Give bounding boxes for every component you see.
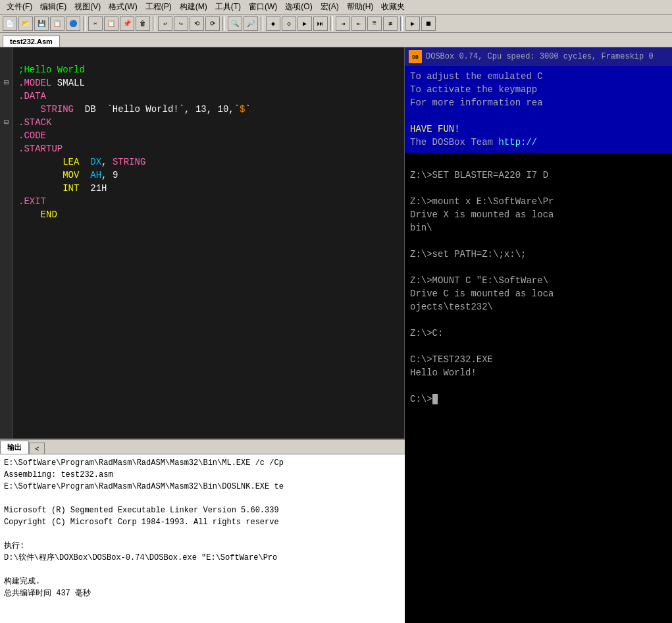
menu-format[interactable]: 格式(W): [105, 0, 141, 14]
dosbox-blaster: [410, 155, 667, 169]
output-line-6: Copyright (C) Microsoft Corp 1984-1993. …: [4, 516, 401, 528]
menu-build[interactable]: 构建(M): [176, 0, 211, 14]
toolbar-sep5: [330, 16, 333, 31]
dosbox-line-3: For more information rea: [410, 96, 667, 109]
toolbar-btn4[interactable]: 📋: [50, 16, 65, 31]
output-line-1: E:\SoftWare\Program\RadMasm\RadASM\Masm3…: [4, 457, 401, 469]
code-line-12: END: [18, 209, 57, 220]
dosbox-blank4: [410, 313, 667, 327]
toolbar-sep4: [261, 16, 263, 31]
toolbar-comment[interactable]: ≡: [367, 16, 382, 31]
toolbar-bp2[interactable]: ◇: [282, 16, 296, 31]
toolbar-outdent[interactable]: ⇤: [351, 16, 366, 31]
dosbox-line-1: To adjust the emulated C: [410, 70, 667, 83]
toolbar-find[interactable]: 🔍: [228, 16, 242, 31]
menu-view[interactable]: 视图(V): [70, 0, 105, 14]
toolbar-uncomment[interactable]: ≢: [383, 16, 398, 31]
dosbox-hello-world: Hello World!: [410, 366, 667, 379]
dosbox-line-2: To activate the keymapp: [410, 83, 667, 96]
toolbar-run[interactable]: ▶: [405, 16, 420, 31]
output-pane: 输出 < E:\SoftWare\Program\RadMasm\RadASM\…: [0, 439, 405, 623]
output-line-4: [4, 493, 401, 504]
toolbar-find2[interactable]: 🔎: [244, 16, 258, 31]
code-line-4: STRING DB `Hello World!`, 13, 10,`$`: [18, 104, 251, 115]
dosbox-screen[interactable]: To adjust the emulated C To activate the…: [405, 66, 672, 623]
toolbar-undo2[interactable]: ⟲: [190, 16, 204, 31]
tab-file[interactable]: test232.Asm: [3, 36, 60, 47]
code-content[interactable]: ;Hello World .MODEL SMALL .DATA STRING D…: [13, 47, 404, 439]
toolbar-copy[interactable]: 📋: [104, 16, 118, 31]
dosbox-welcome-box: To adjust the emulated C To activate the…: [405, 66, 672, 153]
code-line-7: .STARTUP: [18, 144, 63, 154]
output-line-2: Assembling: test232.asm: [4, 469, 401, 481]
output-tab-main[interactable]: 输出: [0, 441, 29, 454]
menu-project[interactable]: 工程(P): [142, 0, 176, 14]
code-line-11: .EXIT: [18, 196, 46, 207]
collapse-data[interactable]: ⊟: [4, 76, 9, 90]
dosbox-line-5: HAVE FUN!: [410, 122, 667, 136]
toolbar-save[interactable]: 💾: [34, 16, 49, 31]
dosbox-mount-x: Z:\>mount x E:\SoftWare\Pr: [410, 195, 667, 208]
dosbox-title: DOSBox 0.74, Cpu speed: 3000 cycles, Fra…: [426, 52, 654, 61]
menu-options[interactable]: 选项(O): [281, 0, 316, 14]
menu-tools[interactable]: 工具(T): [211, 0, 245, 14]
dosbox-header: DB DOSBox 0.74, Cpu speed: 3000 cycles, …: [405, 47, 672, 66]
toolbar-btn5[interactable]: 🔵: [66, 16, 80, 31]
dosbox-set-blaster: Z:\>SET BLASTER=A220 I7 D: [410, 169, 667, 182]
dosbox-pane: DB DOSBox 0.74, Cpu speed: 3000 cycles, …: [405, 47, 672, 623]
code-line-5: .STACK: [18, 117, 51, 128]
toolbar-paste[interactable]: 📌: [120, 16, 134, 31]
menu-file[interactable]: 文件(F): [3, 0, 36, 14]
output-line-3: E:\SoftWare\Program\RadMasm\RadASM\Masm3…: [4, 481, 401, 493]
output-line-12: 总共编译时间 437 毫秒: [4, 587, 401, 599]
toolbar-stop[interactable]: ⏹: [421, 16, 436, 31]
toolbar-sep6: [400, 16, 403, 31]
code-line-10: INT 21H: [18, 183, 107, 194]
toolbar-bp1[interactable]: ◆: [266, 16, 280, 31]
output-line-11: 构建完成.: [4, 576, 401, 587]
toolbar-cut[interactable]: ✂: [88, 16, 103, 31]
toolbar-open[interactable]: 📂: [18, 16, 33, 31]
dosbox-test232: C:\>TEST232.EXE: [410, 353, 667, 366]
menu-favorites[interactable]: 收藏夹: [377, 0, 409, 14]
menu-window[interactable]: 窗口(W): [245, 0, 281, 14]
toolbar-indent[interactable]: ⇥: [336, 16, 350, 31]
dosbox-blank3: [410, 261, 667, 274]
toolbar-redo2[interactable]: ⟳: [205, 16, 220, 31]
collapse-code[interactable]: ⊟: [4, 116, 9, 129]
tabbar: test232.Asm: [0, 33, 672, 47]
toolbar-new[interactable]: 📄: [3, 16, 17, 31]
menu-help[interactable]: 帮助(H): [343, 0, 378, 14]
toolbar-redo[interactable]: ↪: [174, 16, 188, 31]
menu-edit[interactable]: 编辑(E): [36, 0, 70, 14]
dosbox-ojects: ojects\test232\: [410, 300, 667, 313]
menu-macro[interactable]: 宏(A): [317, 0, 343, 14]
dosbox-drive-c: Drive C is mounted as loca: [410, 287, 667, 300]
toolbar: 📄 📂 💾 📋 🔵 ✂ 📋 📌 🗑 ↩ ↪ ⟲ ⟳ 🔍 🔎 ◆ ◇ ▶ ⏭ ⇥ …: [0, 14, 672, 33]
toolbar-undo[interactable]: ↩: [158, 16, 172, 31]
output-line-9: D:\软件\程序\DOXBox\DOSBox-0.74\DOSBox.exe "…: [4, 552, 401, 564]
toolbar-delete[interactable]: 🗑: [136, 16, 150, 31]
code-line-8: LEA DX, STRING: [18, 157, 145, 167]
code-line-9: MOV AH, 9: [18, 170, 118, 180]
output-line-5: Microsoft (R) Segmented Executable Linke…: [4, 504, 401, 516]
code-line-6: .CODE: [18, 130, 46, 141]
toolbar-sep1: [83, 16, 86, 31]
dosbox-set-path: Z:\>set PATH=Z:\;x:\;: [410, 248, 667, 261]
dosbox-terminal: Z:\>SET BLASTER=A220 I7 D Z:\>mount x E:…: [405, 153, 672, 408]
editor-pane: ⊟ ⊟ ;Hell: [0, 47, 405, 439]
code-line-2: .MODEL SMALL: [18, 78, 85, 88]
toolbar-bp3[interactable]: ▶: [297, 16, 312, 31]
dosbox-prompt: C:\>: [410, 393, 667, 406]
toolbar-sep2: [153, 16, 155, 31]
dosbox-line-4: [410, 109, 667, 122]
toolbar-sep3: [222, 16, 225, 31]
output-scroll[interactable]: E:\SoftWare\Program\RadMasm\RadASM\Masm3…: [0, 454, 405, 623]
dosbox-icon: DB: [409, 50, 422, 63]
output-tab-arrow[interactable]: <: [29, 443, 45, 454]
dosbox-z-c: Z:\>C:: [410, 327, 667, 340]
code-line-1: ;Hello World: [18, 65, 85, 75]
dosbox-blank1: [410, 182, 667, 195]
toolbar-bp4[interactable]: ⏭: [313, 16, 328, 31]
code-line-3: .DATA: [18, 91, 46, 101]
